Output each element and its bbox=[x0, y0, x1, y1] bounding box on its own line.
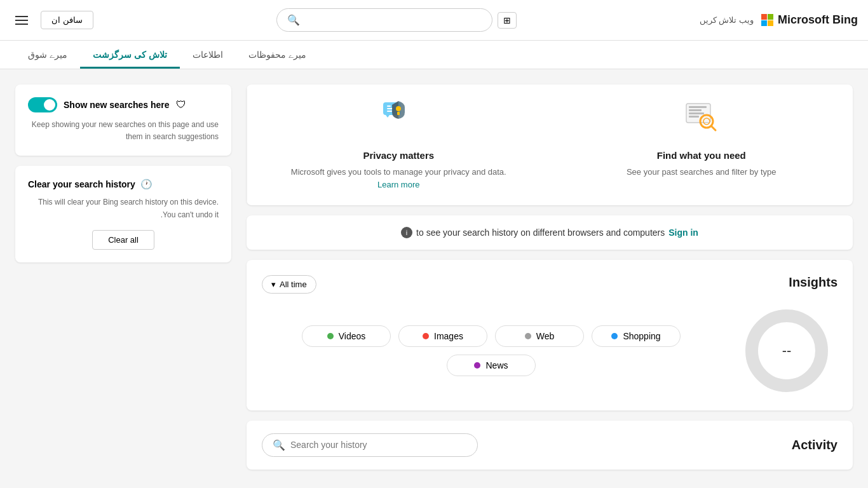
microsoft-logo-icon bbox=[761, 14, 774, 27]
clear-history-title: Clear your search history bbox=[28, 179, 135, 189]
shield-icon: 🛡 bbox=[176, 99, 186, 111]
nav-tabs: میرے محفوظات اطلاعات تلاش کی سرگزشت میرے… bbox=[0, 41, 868, 69]
show-searches-card: 🛡 Show new searches here Keep showing yo… bbox=[15, 85, 231, 156]
header-left: سافن ان bbox=[10, 11, 93, 30]
svg-rect-9 bbox=[689, 109, 702, 111]
signin-button[interactable]: سافن ان bbox=[41, 11, 93, 29]
svg-point-5 bbox=[396, 106, 401, 111]
learn-more-link[interactable]: Learn more bbox=[377, 180, 419, 189]
bing-logo: Microsoft Bing bbox=[761, 13, 858, 27]
chip-news[interactable]: News bbox=[447, 355, 536, 376]
time-filter-button[interactable]: ▾ All time bbox=[262, 275, 316, 294]
info-cards-row: Privacy matters Microsoft gives you tool… bbox=[247, 85, 853, 205]
svg-rect-8 bbox=[689, 106, 707, 108]
chip-videos[interactable]: Videos bbox=[302, 325, 391, 347]
svg-rect-11 bbox=[689, 116, 699, 118]
right-content: Privacy matters Microsoft gives you tool… bbox=[247, 85, 853, 470]
activity-section: 🔍 Activity bbox=[247, 421, 853, 470]
search-bar: 🔍 bbox=[276, 8, 492, 32]
time-filter-label: All time bbox=[280, 280, 307, 289]
ms-logo-red bbox=[761, 14, 767, 20]
activity-title: Activity bbox=[792, 438, 837, 452]
shopping-dot bbox=[611, 333, 618, 339]
filter-chips: Videos Images Web Shopping bbox=[262, 325, 721, 376]
hamburger-line bbox=[15, 16, 28, 17]
tab-saved[interactable]: میرے محفوظات bbox=[236, 41, 319, 69]
find-card: Find what you need See your past searche… bbox=[550, 85, 853, 205]
hamburger-line bbox=[15, 24, 28, 25]
clear-history-card: 🕐 Clear your search history This will cl… bbox=[15, 166, 231, 262]
privacy-card: Privacy matters Microsoft gives you tool… bbox=[247, 85, 550, 205]
find-card-title: Find what you need bbox=[563, 150, 841, 161]
show-searches-toggle[interactable] bbox=[28, 97, 57, 112]
grid-icon-button[interactable]: ⊞ bbox=[498, 12, 517, 29]
insights-section: ▾ All time Insights Videos Images bbox=[247, 260, 853, 410]
find-icon bbox=[563, 100, 841, 142]
tab-my-searches[interactable]: تلاش کی سرگزشت bbox=[80, 41, 180, 69]
history-clock-icon: 🕐 bbox=[140, 179, 153, 190]
chip-web-label: Web bbox=[536, 331, 555, 341]
toggle-slider bbox=[28, 97, 57, 112]
find-illustration bbox=[681, 100, 722, 135]
svg-rect-10 bbox=[689, 112, 704, 114]
show-searches-label: Show new searches here bbox=[64, 100, 170, 110]
images-dot bbox=[423, 333, 429, 339]
search-history-icon: 🔍 bbox=[273, 439, 285, 451]
svg-line-13 bbox=[711, 126, 715, 130]
donut-chart-container: -- bbox=[736, 306, 837, 395]
bing-brand-text: Microsoft Bing bbox=[778, 13, 858, 27]
insights-title: Insights bbox=[789, 275, 837, 290]
donut-center-value: -- bbox=[782, 342, 792, 359]
ms-logo-blue bbox=[761, 20, 767, 26]
left-sidebar: 🛡 Show new searches here Keep showing yo… bbox=[15, 85, 231, 470]
privacy-card-desc: Microsoft gives you tools to manage your… bbox=[260, 166, 538, 179]
header: سافن ان 🔍 ⊞ ویب تلاش کریں Microsoft Bing bbox=[0, 0, 868, 41]
chip-videos-label: Videos bbox=[339, 331, 366, 341]
svg-rect-1 bbox=[387, 105, 391, 107]
clear-card-title-row: 🕐 Clear your search history bbox=[28, 179, 219, 190]
tab-interests[interactable]: میرے شوق bbox=[15, 41, 80, 69]
privacy-card-title: Privacy matters bbox=[260, 150, 538, 161]
hamburger-menu-button[interactable] bbox=[10, 11, 33, 30]
signin-banner: i to see your search history on differen… bbox=[247, 215, 853, 250]
privacy-icon bbox=[260, 100, 538, 142]
header-center: 🔍 ⊞ bbox=[276, 8, 517, 32]
svg-rect-3 bbox=[387, 111, 392, 112]
insights-header: ▾ All time Insights bbox=[262, 275, 837, 294]
ms-logo-yellow bbox=[768, 20, 773, 26]
svg-marker-4 bbox=[386, 115, 390, 118]
insights-body: Videos Images Web Shopping bbox=[262, 306, 837, 395]
header-right: ویب تلاش کریں Microsoft Bing bbox=[700, 13, 858, 27]
toggle-row: 🛡 Show new searches here bbox=[28, 97, 219, 112]
hamburger-line bbox=[15, 20, 28, 21]
search-history-input-wrap: 🔍 bbox=[262, 433, 478, 457]
signin-link[interactable]: Sign in bbox=[668, 227, 698, 238]
donut-chart: -- bbox=[742, 306, 831, 395]
search-label-urdu: ویب تلاش کریں bbox=[700, 15, 754, 25]
chip-images[interactable]: Images bbox=[398, 325, 487, 347]
find-card-desc: See your past searches and filter by typ… bbox=[563, 166, 841, 179]
chip-shopping-label: Shopping bbox=[623, 331, 660, 341]
chip-shopping[interactable]: Shopping bbox=[592, 325, 681, 347]
chip-web[interactable]: Web bbox=[495, 325, 584, 347]
search-history-input[interactable] bbox=[290, 440, 467, 450]
chip-news-label: News bbox=[485, 360, 508, 370]
ms-logo-green bbox=[768, 14, 773, 20]
info-icon[interactable]: i bbox=[401, 227, 412, 238]
web-dot bbox=[525, 333, 531, 339]
chip-images-label: Images bbox=[434, 331, 463, 341]
show-searches-description: Keep showing your new searches on this p… bbox=[28, 119, 219, 143]
clear-all-button[interactable]: Clear all bbox=[92, 230, 154, 250]
main-content: 🛡 Show new searches here Keep showing yo… bbox=[0, 69, 868, 485]
signin-banner-text: to see your search history on different … bbox=[416, 227, 665, 238]
chevron-down-icon: ▾ bbox=[271, 280, 276, 289]
clear-history-description: This will clear your Bing search history… bbox=[28, 196, 219, 220]
privacy-illustration bbox=[378, 100, 419, 135]
videos-dot bbox=[327, 333, 334, 339]
svg-rect-6 bbox=[397, 112, 400, 115]
news-dot bbox=[474, 362, 480, 369]
search-icon: 🔍 bbox=[287, 14, 300, 26]
tab-info[interactable]: اطلاعات bbox=[180, 41, 236, 69]
